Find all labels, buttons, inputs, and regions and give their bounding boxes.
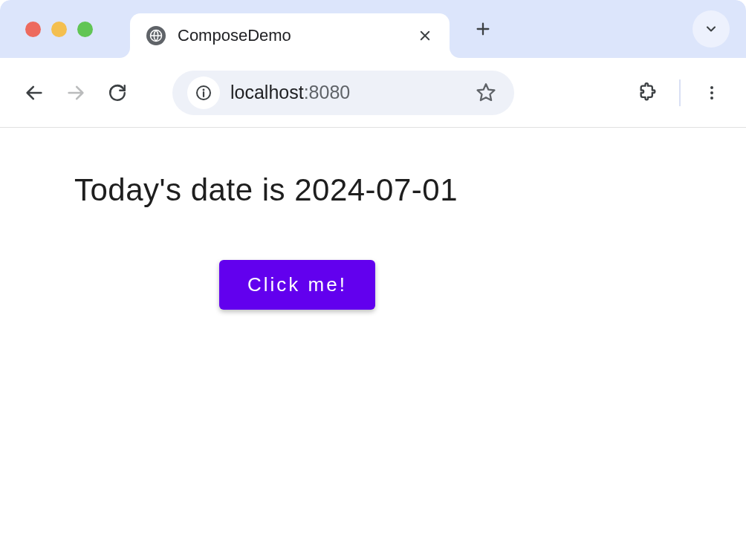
toolbar-divider bbox=[679, 79, 681, 106]
toolbar-right-group bbox=[630, 75, 730, 111]
forward-button[interactable] bbox=[58, 75, 94, 111]
window-maximize-button[interactable] bbox=[77, 22, 93, 37]
tab-title: ComposeDemo bbox=[178, 26, 405, 45]
url-display: localhost:8080 bbox=[230, 82, 473, 103]
browser-tab-strip: ComposeDemo bbox=[0, 0, 746, 58]
window-controls bbox=[0, 22, 93, 37]
browser-tab[interactable]: ComposeDemo bbox=[130, 13, 450, 58]
window-minimize-button[interactable] bbox=[51, 22, 67, 37]
window-close-button[interactable] bbox=[25, 22, 41, 37]
tab-search-button[interactable] bbox=[693, 10, 730, 48]
page-content: Today's date is 2024-07-01 Click me! bbox=[0, 128, 746, 354]
globe-icon bbox=[146, 26, 166, 45]
browser-toolbar: localhost:8080 bbox=[0, 58, 746, 128]
reload-button[interactable] bbox=[100, 75, 135, 111]
page-heading: Today's date is 2024-07-01 bbox=[74, 172, 672, 208]
site-info-icon[interactable] bbox=[187, 76, 220, 109]
bookmark-star-icon[interactable] bbox=[473, 79, 499, 106]
new-tab-button[interactable] bbox=[467, 13, 499, 45]
url-port: :8080 bbox=[304, 82, 351, 102]
address-bar[interactable]: localhost:8080 bbox=[172, 71, 514, 115]
url-host: localhost bbox=[230, 82, 304, 102]
svg-point-3 bbox=[710, 86, 713, 89]
menu-button[interactable] bbox=[694, 75, 730, 111]
svg-point-5 bbox=[710, 97, 713, 100]
click-me-button[interactable]: Click me! bbox=[219, 260, 375, 310]
svg-point-4 bbox=[710, 91, 713, 94]
close-icon[interactable] bbox=[417, 27, 433, 44]
extensions-icon[interactable] bbox=[630, 75, 666, 111]
svg-point-2 bbox=[203, 88, 205, 91]
back-button[interactable] bbox=[16, 75, 52, 111]
